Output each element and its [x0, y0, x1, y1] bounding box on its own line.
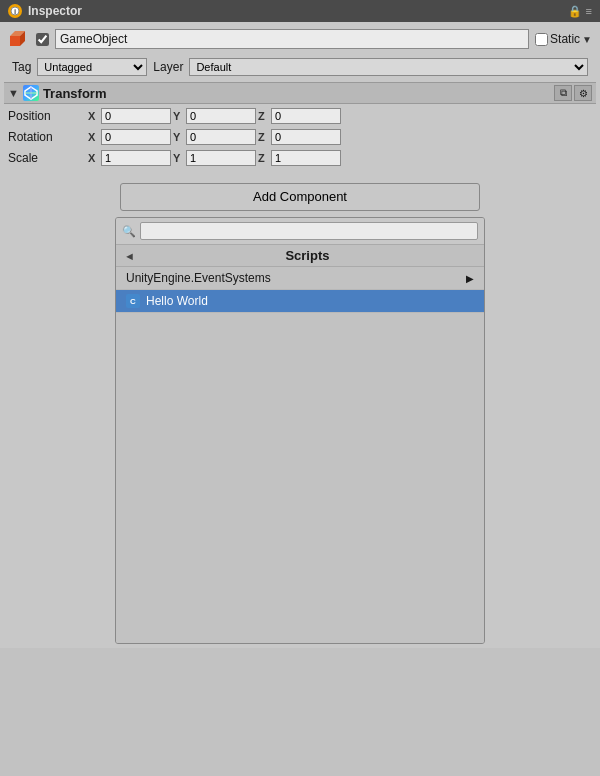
layer-label: Layer [153, 60, 183, 74]
static-checkbox[interactable] [535, 33, 548, 46]
lock-icon[interactable]: 🔒 [568, 5, 582, 18]
position-y-label: Y [173, 110, 185, 122]
scale-z-input[interactable] [271, 150, 341, 166]
scale-y-item: Y [173, 150, 256, 166]
scale-y-label: Y [173, 152, 185, 164]
rotation-x-item: X [88, 129, 171, 145]
transform-row-rotation: Rotation X Y Z [8, 127, 592, 147]
gameobject-name-input[interactable] [55, 29, 529, 49]
position-z-label: Z [258, 110, 270, 122]
position-x-input[interactable] [101, 108, 171, 124]
svg-text:C: C [130, 297, 136, 306]
hello-world-script-icon: C [126, 294, 140, 308]
position-label: Position [8, 109, 88, 123]
position-y-input[interactable] [186, 108, 256, 124]
rotation-z-label: Z [258, 131, 270, 143]
unity-event-systems-arrow: ▶ [466, 273, 474, 284]
transform-settings-btn[interactable]: ⚙ [574, 85, 592, 101]
search-row: 🔍 [116, 218, 484, 245]
inspector-panel: Static ▼ Tag Untagged Layer Default ▼ Tr… [0, 22, 600, 648]
tag-label: Tag [12, 60, 31, 74]
transform-title: Transform [43, 86, 107, 101]
transform-row-scale: Scale X Y Z [8, 148, 592, 168]
layer-select[interactable]: Default [189, 58, 588, 76]
position-z-item: Z [258, 108, 341, 124]
component-search-input[interactable] [140, 222, 478, 240]
rotation-z-input[interactable] [271, 129, 341, 145]
transform-body: Position X Y Z Rotation [4, 104, 596, 171]
add-component-button[interactable]: Add Component [120, 183, 480, 211]
gameobject-row: Static ▼ [4, 26, 596, 52]
scale-label: Scale [8, 151, 88, 165]
transform-copy-btn[interactable]: ⧉ [554, 85, 572, 101]
scale-z-item: Z [258, 150, 341, 166]
gameobject-active-checkbox[interactable] [36, 33, 49, 46]
position-z-input[interactable] [271, 108, 341, 124]
title-bar-controls: 🔒 ≡ [568, 5, 592, 18]
inspector-icon: i [8, 4, 22, 18]
tag-select[interactable]: Untagged [37, 58, 147, 76]
transform-collapse-arrow[interactable]: ▼ [8, 87, 19, 99]
search-icon: 🔍 [122, 225, 136, 238]
scripts-back-arrow[interactable]: ◄ [124, 250, 135, 262]
transform-row-position: Position X Y Z [8, 106, 592, 126]
transform-icon [23, 85, 39, 101]
hello-world-label: Hello World [146, 294, 208, 308]
scale-x-item: X [88, 150, 171, 166]
scale-z-label: Z [258, 152, 270, 164]
scripts-title: Scripts [139, 248, 476, 263]
rotation-y-label: Y [173, 131, 185, 143]
svg-text:i: i [14, 7, 16, 16]
static-dropdown-arrow[interactable]: ▼ [582, 34, 592, 45]
position-xyz: X Y Z [88, 108, 592, 124]
list-item-hello-world[interactable]: C Hello World [116, 290, 484, 313]
gameobject-cube-icon [8, 28, 30, 50]
transform-header: ▼ Transform ⧉ ⚙ [4, 82, 596, 104]
position-x-label: X [88, 110, 100, 122]
dropdown-empty-area [116, 313, 484, 643]
rotation-xyz: X Y Z [88, 129, 592, 145]
static-label: Static [550, 32, 580, 46]
rotation-y-item: Y [173, 129, 256, 145]
scale-x-input[interactable] [101, 150, 171, 166]
scale-x-label: X [88, 152, 100, 164]
title-bar: i Inspector 🔒 ≡ [0, 0, 600, 22]
static-row: Static ▼ [535, 32, 592, 46]
title-bar-label: Inspector [28, 4, 82, 18]
transform-controls: ⧉ ⚙ [554, 85, 592, 101]
scale-xyz: X Y Z [88, 150, 592, 166]
rotation-y-input[interactable] [186, 129, 256, 145]
svg-rect-2 [10, 36, 20, 46]
position-y-item: Y [173, 108, 256, 124]
menu-icon[interactable]: ≡ [586, 5, 592, 18]
tag-layer-row: Tag Untagged Layer Default [4, 56, 596, 78]
add-component-dropdown: 🔍 ◄ Scripts UnityEngine.EventSystems ▶ C… [115, 217, 485, 644]
rotation-x-label: X [88, 131, 100, 143]
rotation-z-item: Z [258, 129, 341, 145]
scale-y-input[interactable] [186, 150, 256, 166]
rotation-x-input[interactable] [101, 129, 171, 145]
rotation-label: Rotation [8, 130, 88, 144]
scripts-header: ◄ Scripts [116, 245, 484, 267]
unity-event-systems-label: UnityEngine.EventSystems [126, 271, 271, 285]
list-item-unity-event-systems[interactable]: UnityEngine.EventSystems ▶ [116, 267, 484, 290]
position-x-item: X [88, 108, 171, 124]
